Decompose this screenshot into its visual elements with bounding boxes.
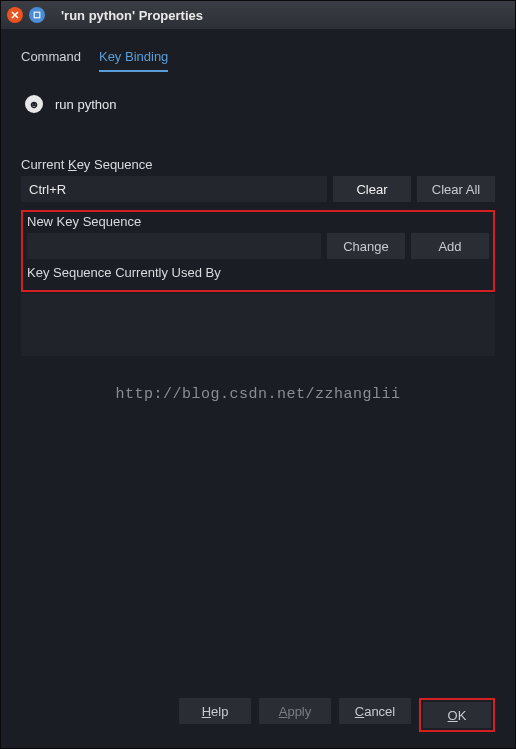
- dialog-content: Command Key Binding ☻ run python Current…: [1, 29, 515, 748]
- dialog-footer: Help Apply Cancel OK: [21, 698, 495, 738]
- new-sequence-input[interactable]: [27, 233, 321, 259]
- current-seq-label: Current Key Sequence: [21, 157, 495, 172]
- highlight-box-new-sequence: New Key Sequence Change Add Key Sequence…: [21, 210, 495, 292]
- label-text: Current: [21, 157, 68, 172]
- new-seq-row: Change Add: [27, 233, 489, 259]
- used-by-label: Key Sequence Currently Used By: [27, 265, 489, 280]
- maximize-icon[interactable]: [29, 7, 45, 23]
- watermark-text: http://blog.csdn.net/zzhanglii: [21, 386, 495, 403]
- used-by-list: [21, 294, 495, 356]
- clear-button[interactable]: Clear: [333, 176, 411, 202]
- label-accel: K: [68, 157, 77, 172]
- help-button[interactable]: Help: [179, 698, 251, 724]
- close-icon[interactable]: [7, 7, 23, 23]
- add-button[interactable]: Add: [411, 233, 489, 259]
- tab-keybinding[interactable]: Key Binding: [99, 49, 168, 72]
- new-seq-label: New Key Sequence: [27, 214, 489, 229]
- current-sequence-input[interactable]: [21, 176, 327, 202]
- change-button[interactable]: Change: [327, 233, 405, 259]
- current-seq-row: Clear Clear All: [21, 176, 495, 202]
- tool-name: run python: [55, 97, 116, 112]
- titlebar: 'run python' Properties: [1, 1, 515, 29]
- label-text: ey Sequence: [77, 157, 153, 172]
- cancel-button[interactable]: Cancel: [339, 698, 411, 724]
- tab-command[interactable]: Command: [21, 49, 81, 72]
- apply-button[interactable]: Apply: [259, 698, 331, 724]
- tab-bar: Command Key Binding: [21, 49, 495, 73]
- highlight-box-ok: OK: [419, 698, 495, 732]
- clear-all-button[interactable]: Clear All: [417, 176, 495, 202]
- properties-dialog: 'run python' Properties Command Key Bind…: [0, 0, 516, 749]
- window-title: 'run python' Properties: [61, 8, 203, 23]
- ok-button[interactable]: OK: [423, 702, 491, 728]
- svg-rect-2: [34, 12, 40, 18]
- face-icon: ☻: [25, 95, 43, 113]
- tool-name-row: ☻ run python: [21, 95, 495, 113]
